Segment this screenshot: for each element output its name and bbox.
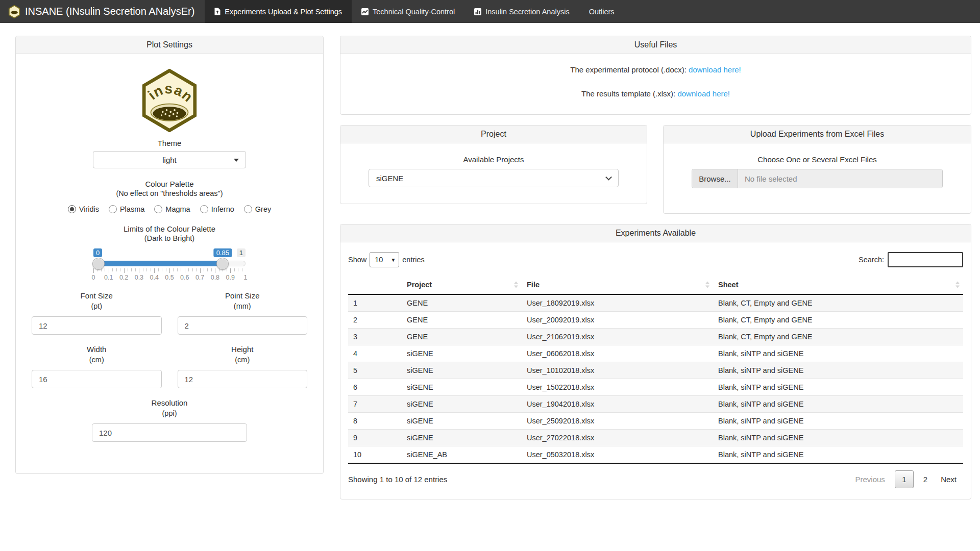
limits-note: (Dark to Bright) [23,234,315,242]
navbar: INSANE (INsulin Secretion ANalysEr) Expe… [0,0,980,23]
radio-button-icon [68,205,76,213]
table-row[interactable]: 7 siGENE User_19042018.xlsx Blank, siNTP… [348,396,963,413]
radio-button-icon [154,205,162,213]
font-size-unit: (pt) [32,302,162,310]
point-size-input[interactable] [178,316,308,335]
slider-to-value: 0.85 [214,248,232,257]
tab-label: Technical Quality-Control [373,8,455,16]
file-input: Browse... No file selected [692,169,943,188]
table-row[interactable]: 5 siGENE User_10102018.xlsx Blank, siNTP… [348,362,963,379]
tab-label: Insulin Secretion Analysis [485,8,569,16]
slider-tick-label: 0.9 [226,274,234,281]
protocol-text: The experimental protocol (.docx): [570,65,689,74]
table-row[interactable]: 6 siGENE User_15022018.xlsx Blank, siNTP… [348,379,963,396]
slider-handle-from[interactable] [92,258,105,270]
protocol-download-link[interactable]: download here! [689,65,741,74]
file-upload-icon [214,8,220,15]
table-row[interactable]: 2 GENE User_20092019.xlsx Blank, CT, Emp… [348,312,963,329]
pagination-previous[interactable]: Previous [848,471,891,488]
slider-tick-label: 0.8 [211,274,219,281]
cell-project: siGENE_AB [402,446,522,464]
line-chart-icon [361,8,369,15]
pagination: Previous 1 2 Next [848,470,963,488]
select-arrow-icon: ▼ [390,257,396,263]
limits-label: Limits of the Colour Palette [23,224,315,233]
experiments-table: Project File Sheet [348,276,963,464]
height-unit: (cm) [178,356,308,364]
resolution-unit: (ppi) [23,409,315,417]
column-header-file[interactable]: File [522,276,713,294]
radio-plasma[interactable]: Plasma [109,205,144,213]
tab-label: Outliers [589,8,615,16]
theme-select-value: light [162,156,177,164]
experiments-panel: Experiments Available Show 10 ▼ entries … [340,224,971,499]
column-header-rownum[interactable] [348,276,402,294]
radio-button-icon [200,205,208,213]
font-size-input[interactable] [32,316,162,335]
tab-insulin-secretion[interactable]: Insulin Secretion Analysis [464,0,579,23]
tab-experiments-upload[interactable]: Experiments Upload & Plot Settings [205,0,352,23]
resolution-label: Resolution [23,398,315,407]
search-input[interactable] [888,252,963,267]
cell-project: GENE [402,329,522,345]
cell-rownum: 1 [348,294,402,312]
cell-rownum: 9 [348,430,402,446]
useful-files-panel: Useful Files The experimental protocol (… [340,36,971,115]
cell-rownum: 6 [348,379,402,396]
width-input[interactable] [32,370,162,388]
table-row[interactable]: 1 GENE User_18092019.xlsx Blank, CT, Emp… [348,294,963,312]
cell-file: User_15022018.xlsx [522,379,713,396]
cell-sheet: Blank, siNTP and siGENE [713,345,963,362]
project-select[interactable]: siGENE [369,169,619,187]
radio-inferno[interactable]: Inferno [200,205,234,213]
tab-technical-qc[interactable]: Technical Quality-Control [352,0,464,23]
point-size-label: Point Size [178,291,308,300]
cell-project: GENE [402,294,522,312]
radio-viridis[interactable]: Viridis [68,205,99,213]
column-header-project[interactable]: Project [402,276,522,294]
plot-settings-title: Plot Settings [16,36,323,54]
radio-label: Viridis [79,205,99,213]
height-input[interactable] [178,370,308,388]
app-brand: INSANE (INsulin Secretion ANalysEr) [0,0,205,23]
slider-tick-label: 0.6 [180,274,189,281]
sort-icon [514,282,518,288]
cell-file: User_05032018.xlsx [522,446,713,464]
table-row[interactable]: 4 siGENE User_06062018.xlsx Blank, siNTP… [348,345,963,362]
radio-label: Magma [165,205,190,213]
cell-file: User_19042018.xlsx [522,396,713,413]
caret-down-icon [234,159,239,162]
choose-files-label: Choose One or Several Excel Files [671,155,963,164]
table-row[interactable]: 9 siGENE User_27022018.xlsx Blank, siNTP… [348,430,963,446]
cell-sheet: Blank, siNTP and siGENE [713,379,963,396]
cell-rownum: 10 [348,446,402,464]
cell-project: siGENE [402,396,522,413]
slider-tick-label: 0.4 [150,274,158,281]
font-size-label: Font Size [32,291,162,300]
pagination-page-2[interactable]: 2 [917,471,934,488]
cell-project: siGENE [402,379,522,396]
table-row[interactable]: 3 GENE User_21062019.xlsx Blank, CT, Emp… [348,329,963,345]
pagination-next[interactable]: Next [934,471,963,488]
table-row[interactable]: 8 siGENE User_25092018.xlsx Blank, siNTP… [348,413,963,430]
column-header-sheet[interactable]: Sheet [713,276,963,294]
table-row[interactable]: 10 siGENE_AB User_05032018.xlsx Blank, s… [348,446,963,464]
insane-logo-image: insane [141,69,198,134]
column-label: Project [407,281,432,289]
radio-magma[interactable]: Magma [154,205,190,213]
entries-label: entries [402,256,425,264]
pagination-page-1[interactable]: 1 [895,470,914,488]
chevron-down-icon [605,174,612,181]
theme-select[interactable]: light [93,151,246,168]
tab-outliers[interactable]: Outliers [579,0,624,23]
template-download-link[interactable]: download here! [677,89,730,98]
cell-rownum: 2 [348,312,402,329]
browse-button[interactable]: Browse... [692,169,738,188]
slider-tick-label: 0.1 [104,274,113,281]
page-length-select[interactable]: 10 ▼ [370,252,399,267]
upload-title: Upload Experiments from Excel Files [664,126,971,143]
radio-grey[interactable]: Grey [244,205,271,213]
resolution-input[interactable] [92,423,247,442]
table-info: Showing 1 to 10 of 12 entries [348,475,447,484]
cell-sheet: Blank, siNTP and siGENE [713,396,963,413]
